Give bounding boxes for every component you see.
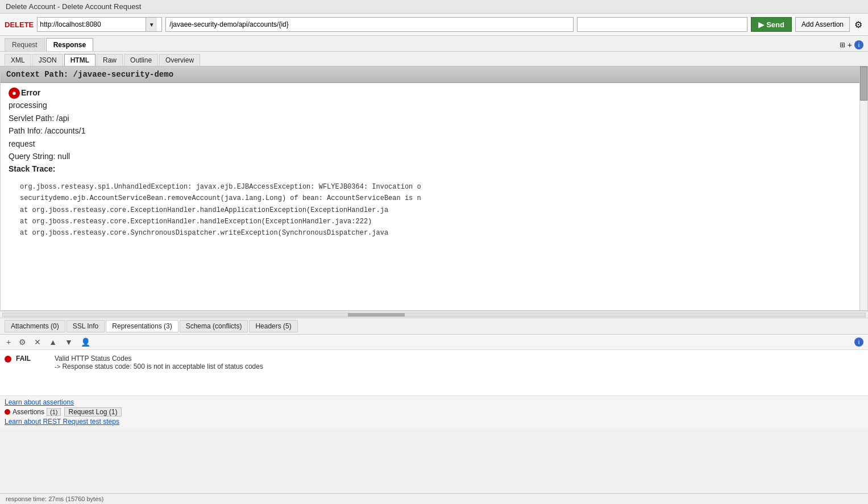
assertions-badge: Assertions (1) [5, 408, 61, 416]
tab-ssl-info[interactable]: SSL Info [67, 320, 105, 332]
assertions-badge-dot [5, 409, 10, 415]
error-line: ●Error [9, 86, 859, 99]
path-input[interactable] [165, 17, 574, 32]
assertion-fail-label: FAIL [16, 355, 50, 363]
footer-bar: response time: 27ms (15760 bytes) [0, 493, 868, 504]
base-url-dropdown[interactable]: ▼ [146, 18, 157, 31]
response-time: response time: 27ms (15760 bytes) [6, 495, 103, 502]
learn-rest-link[interactable]: Learn about REST Request test steps [5, 418, 863, 426]
stack-trace-line: Stack Trace: [9, 163, 859, 175]
path-info-line: Path Info: /accounts/1 [9, 124, 859, 137]
scrollbar-thumb[interactable] [860, 66, 867, 101]
page-title: Delete Account - Delete Account Request [6, 2, 141, 11]
assertions-toolbar: + ⚙ ✕ ▲ ▼ 👤 i [0, 335, 868, 350]
assertion-user-btn[interactable]: 👤 [79, 337, 92, 347]
request-line: request [9, 138, 859, 150]
grid-icon[interactable]: ⊞ [840, 41, 845, 49]
http-method: DELETE [5, 20, 34, 29]
bottom-badges: Assertions (1) Request Log (1) [5, 407, 863, 416]
tab-representations[interactable]: Representations (3) [106, 320, 178, 332]
auth-input[interactable] [577, 17, 747, 32]
error-icon: ● [9, 88, 20, 99]
code-line: at org.jboss.resteasy.core.ExceptionHand… [20, 216, 859, 227]
toolbar: DELETE ▼ ▶ Send Add Assertion ⚙ [0, 14, 868, 36]
tab-headers[interactable]: Headers (5) [249, 320, 297, 332]
tab-xml[interactable]: XML [5, 54, 31, 66]
code-line: at org.jboss.resteasy.core.SynchronousDi… [20, 227, 859, 239]
send-play-icon: ▶ [758, 20, 764, 29]
info-icon-btn[interactable]: i [854, 40, 863, 49]
assertion-status-indicator [5, 356, 11, 363]
settings-icon-btn[interactable]: ⚙ [853, 18, 863, 31]
request-log-badge[interactable]: Request Log (1) [64, 407, 121, 416]
assertion-up-btn[interactable]: ▲ [47, 337, 59, 347]
tab-overview[interactable]: Overview [159, 54, 200, 66]
tab-outline[interactable]: Outline [124, 54, 158, 66]
response-content: ●Error processing Servlet Path: /api Pat… [1, 83, 867, 243]
stack-trace-code: org.jboss.resteasy.spi.UnhandledExceptio… [9, 181, 859, 239]
title-bar: Delete Account - Delete Account Request [0, 0, 868, 14]
assertion-delete-btn[interactable]: ✕ [32, 337, 43, 347]
bottom-links: Learn about assertions Assertions (1) Re… [0, 395, 868, 428]
base-url-container[interactable]: ▼ [37, 17, 162, 32]
h-scroll-track[interactable] [2, 313, 866, 317]
assertion-down-btn[interactable]: ▼ [63, 337, 74, 347]
tab-attachments[interactable]: Attachments (0) [5, 320, 65, 332]
assertion-row: FAIL Valid HTTP Status Codes -> Response… [5, 352, 863, 373]
req-resp-tabs: Request Response ⊞ + i [0, 36, 868, 52]
error-title: Error [21, 88, 40, 97]
code-line: securitydemo.ejb.AccountServiceBean.remo… [20, 193, 859, 204]
response-area: Context Path: /javaee-security-demo ●Err… [0, 66, 868, 311]
response-context-path: Context Path: /javaee-security-demo [1, 66, 867, 83]
assertion-name-text: Valid HTTP Status Codes [55, 355, 263, 363]
tab-html[interactable]: HTML [64, 54, 95, 66]
code-line: at org.jboss.resteasy.core.ExceptionHand… [20, 205, 859, 216]
assertions-info-btn[interactable]: i [854, 338, 863, 347]
assertion-message: -> Response status code: 500 is not in a… [55, 363, 263, 370]
tab-request[interactable]: Request [5, 38, 45, 51]
plus-icon[interactable]: + [848, 40, 852, 49]
tab-raw[interactable]: Raw [97, 54, 123, 66]
scrollbar[interactable] [859, 66, 867, 310]
horizontal-scrollbar[interactable] [0, 311, 868, 318]
processing-line: processing [9, 99, 859, 111]
send-button[interactable]: ▶ Send [751, 17, 792, 32]
sub-tabs: XML JSON HTML Raw Outline Overview [0, 52, 868, 66]
bottom-tabs: Attachments (0) SSL Info Representations… [0, 318, 868, 335]
assertion-add-btn[interactable]: + [5, 337, 13, 347]
assertion-config-btn[interactable]: ⚙ [17, 337, 28, 347]
base-url-input[interactable] [38, 18, 146, 31]
assertions-list: FAIL Valid HTTP Status Codes -> Response… [0, 350, 868, 395]
code-line: org.jboss.resteasy.spi.UnhandledExceptio… [20, 181, 859, 193]
assertions-badge-label: Assertions [13, 408, 44, 416]
tab-schema[interactable]: Schema (conflicts) [180, 320, 248, 332]
query-string-line: Query String: null [9, 150, 859, 163]
learn-assertions-link[interactable]: Learn about assertions [5, 398, 863, 406]
tab-json[interactable]: JSON [32, 54, 63, 66]
tab-response[interactable]: Response [46, 38, 93, 51]
assertions-badge-count: (1) [47, 408, 61, 416]
servlet-path-line: Servlet Path: /api [9, 112, 859, 124]
add-assertion-button[interactable]: Add Assertion [795, 17, 850, 32]
assertion-detail: Valid HTTP Status Codes -> Response stat… [55, 355, 263, 370]
h-scroll-thumb[interactable] [348, 313, 405, 316]
